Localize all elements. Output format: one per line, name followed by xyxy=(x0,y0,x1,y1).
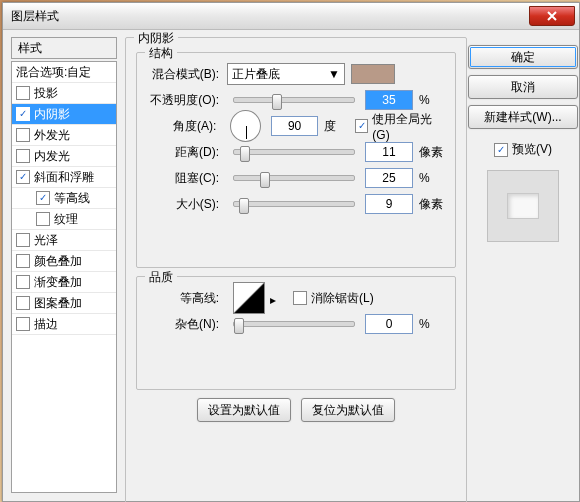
styles-panel: 样式 混合选项:自定 投影 ✓ 内阴影 外发光 xyxy=(11,37,117,493)
distance-slider[interactable] xyxy=(233,149,355,155)
distance-unit: 像素 xyxy=(417,144,447,161)
default-buttons: 设置为默认值 复位为默认值 xyxy=(134,398,458,422)
choke-row: 阻塞(C): 25 % xyxy=(145,165,447,191)
preview-label: 预览(V) xyxy=(512,141,552,158)
checkbox-icon[interactable] xyxy=(16,317,30,331)
checkbox-icon[interactable] xyxy=(16,254,30,268)
checkbox-icon[interactable] xyxy=(16,149,30,163)
cancel-button[interactable]: 取消 xyxy=(468,75,578,99)
color-swatch[interactable] xyxy=(351,64,395,84)
antialias-label: 消除锯齿(L) xyxy=(311,290,374,307)
checkbox-icon[interactable] xyxy=(36,212,50,226)
contour-picker[interactable]: ▸ xyxy=(233,282,265,314)
opacity-slider[interactable] xyxy=(233,97,355,103)
style-label: 渐变叠加 xyxy=(34,274,82,291)
style-item-bevel-emboss[interactable]: ✓ 斜面和浮雕 xyxy=(12,167,116,188)
size-label: 大小(S): xyxy=(145,196,223,213)
style-label: 光泽 xyxy=(34,232,58,249)
blend-mode-label: 混合模式(B): xyxy=(145,66,223,83)
new-style-button[interactable]: 新建样式(W)... xyxy=(468,105,578,129)
preview-swatch xyxy=(487,170,559,242)
style-label: 外发光 xyxy=(34,127,70,144)
style-label: 等高线 xyxy=(54,190,90,207)
size-input[interactable]: 9 xyxy=(365,194,413,214)
checkbox-icon[interactable] xyxy=(16,128,30,142)
chevron-down-icon: ▸ xyxy=(270,293,276,307)
preview-checkbox[interactable]: ✓ xyxy=(494,143,508,157)
style-item-satin[interactable]: 光泽 xyxy=(12,230,116,251)
style-item-contour[interactable]: ✓ 等高线 xyxy=(12,188,116,209)
checkbox-checked-icon[interactable]: ✓ xyxy=(36,191,50,205)
style-label: 描边 xyxy=(34,316,58,333)
size-row: 大小(S): 9 像素 xyxy=(145,191,447,217)
contour-row: 等高线: ▸ 消除锯齿(L) xyxy=(145,285,447,311)
action-panel: 确定 取消 新建样式(W)... ✓ 预览(V) xyxy=(475,37,571,493)
quality-group: 品质 等高线: ▸ 消除锯齿(L) 杂色(N): 0 % xyxy=(136,276,456,390)
global-light-label: 使用全局光(G) xyxy=(372,111,447,142)
checkbox-checked-icon[interactable]: ✓ xyxy=(16,107,30,121)
style-item-inner-glow[interactable]: 内发光 xyxy=(12,146,116,167)
choke-unit: % xyxy=(417,171,447,185)
styles-list: 混合选项:自定 投影 ✓ 内阴影 外发光 内发光 xyxy=(11,61,117,493)
choke-slider[interactable] xyxy=(233,175,355,181)
style-label: 图案叠加 xyxy=(34,295,82,312)
distance-label: 距离(D): xyxy=(145,144,223,161)
style-item-gradient-overlay[interactable]: 渐变叠加 xyxy=(12,272,116,293)
distance-row: 距离(D): 11 像素 xyxy=(145,139,447,165)
inner-shadow-group: 内阴影 结构 混合模式(B): 正片叠底 ▼ 不透明度(O): xyxy=(125,37,467,502)
style-item-stroke[interactable]: 描边 xyxy=(12,314,116,335)
distance-input[interactable]: 11 xyxy=(365,142,413,162)
blend-mode-dropdown[interactable]: 正片叠底 ▼ xyxy=(227,63,345,85)
choke-input[interactable]: 25 xyxy=(365,168,413,188)
style-item-outer-glow[interactable]: 外发光 xyxy=(12,125,116,146)
preview-row: ✓ 预览(V) xyxy=(494,141,552,158)
opacity-input[interactable]: 35 xyxy=(365,90,413,110)
style-item-color-overlay[interactable]: 颜色叠加 xyxy=(12,251,116,272)
size-slider[interactable] xyxy=(233,201,355,207)
angle-unit: 度 xyxy=(322,118,351,135)
blend-mode-row: 混合模式(B): 正片叠底 ▼ xyxy=(145,61,447,87)
style-item-drop-shadow[interactable]: 投影 xyxy=(12,83,116,104)
global-light-checkbox[interactable]: ✓ xyxy=(355,119,369,133)
choke-label: 阻塞(C): xyxy=(145,170,223,187)
blend-options-row[interactable]: 混合选项:自定 xyxy=(12,62,116,83)
close-icon xyxy=(547,11,557,21)
noise-slider[interactable] xyxy=(233,321,355,327)
window-title: 图层样式 xyxy=(11,8,529,25)
noise-label: 杂色(N): xyxy=(145,316,223,333)
noise-unit: % xyxy=(417,317,447,331)
layer-style-dialog: 图层样式 样式 混合选项:自定 投影 ✓ 内阴影 xyxy=(2,2,580,502)
opacity-label: 不透明度(O): xyxy=(145,92,223,109)
structure-legend: 结构 xyxy=(145,45,177,62)
style-item-texture[interactable]: 纹理 xyxy=(12,209,116,230)
size-unit: 像素 xyxy=(417,196,447,213)
opacity-unit: % xyxy=(417,93,447,107)
blend-options-label: 混合选项:自定 xyxy=(16,64,91,81)
angle-input[interactable]: 90 xyxy=(271,116,317,136)
ok-button[interactable]: 确定 xyxy=(468,45,578,69)
checkbox-icon[interactable] xyxy=(16,275,30,289)
checkbox-icon[interactable] xyxy=(16,233,30,247)
style-label: 颜色叠加 xyxy=(34,253,82,270)
make-default-button[interactable]: 设置为默认值 xyxy=(197,398,291,422)
style-label: 纹理 xyxy=(54,211,78,228)
angle-dial[interactable] xyxy=(230,110,261,142)
style-item-inner-shadow[interactable]: ✓ 内阴影 xyxy=(12,104,116,125)
antialias-checkbox[interactable] xyxy=(293,291,307,305)
noise-input[interactable]: 0 xyxy=(365,314,413,334)
close-button[interactable] xyxy=(529,6,575,26)
noise-row: 杂色(N): 0 % xyxy=(145,311,447,337)
styles-header[interactable]: 样式 xyxy=(11,37,117,59)
angle-row: 角度(A): 90 度 ✓ 使用全局光(G) xyxy=(145,113,447,139)
contour-label: 等高线: xyxy=(145,290,223,307)
chevron-down-icon: ▼ xyxy=(326,66,342,82)
opacity-row: 不透明度(O): 35 % xyxy=(145,87,447,113)
checkbox-icon[interactable] xyxy=(16,86,30,100)
angle-label: 角度(A): xyxy=(145,118,220,135)
reset-default-button[interactable]: 复位为默认值 xyxy=(301,398,395,422)
style-item-pattern-overlay[interactable]: 图案叠加 xyxy=(12,293,116,314)
checkbox-checked-icon[interactable]: ✓ xyxy=(16,170,30,184)
settings-panel: 内阴影 结构 混合模式(B): 正片叠底 ▼ 不透明度(O): xyxy=(123,37,469,493)
style-label: 内阴影 xyxy=(34,106,70,123)
checkbox-icon[interactable] xyxy=(16,296,30,310)
